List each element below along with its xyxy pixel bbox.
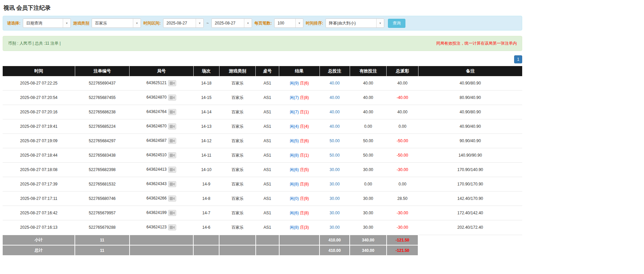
total-total-bet: 410.00 (319, 245, 350, 256)
result-banker: 庄(1) (300, 153, 309, 158)
page-title: 视讯 会员下注纪录 (3, 3, 522, 16)
cell-valid-bet: 40.00 (350, 105, 387, 119)
total-bet-link[interactable]: 50.00 (330, 153, 340, 158)
cell-game-category: 百家乐 (219, 105, 255, 119)
round-id-text: 643624670 (146, 124, 166, 128)
pagination: 1 (3, 55, 522, 63)
total-payout: -121.50 (387, 245, 418, 256)
query-type-label: 请选择: (7, 20, 20, 26)
cell-session: 14-14 (193, 105, 219, 119)
game-category-select[interactable]: 百家乐 ▼ (92, 18, 141, 28)
cell-result: 闲(8) 庄(8) (279, 177, 320, 191)
cell-remark: 172.40/142.40 (418, 206, 522, 220)
cell-bet-id: 522765681532 (75, 177, 130, 191)
table-row: 2025-08-27 07:16:13 522765679288 6436241… (3, 220, 522, 235)
cell-table-no: AS1 (256, 148, 279, 163)
video-replay-icon[interactable] (168, 123, 176, 129)
video-replay-icon[interactable] (168, 224, 176, 230)
cell-payout: 0.00 (387, 119, 418, 134)
cell-total-bet: 30.00 (319, 220, 350, 235)
result-player: 闲(6) (290, 211, 299, 215)
video-replay-icon[interactable] (168, 167, 176, 173)
total-bet-link[interactable]: 30.00 (330, 196, 340, 201)
chevron-down-icon: ▼ (376, 19, 384, 28)
summary-bar: 币别 : 人民币 | 总共 :11 注单 | 同局有效投注，统一计算在该局第一张… (3, 36, 522, 51)
cell-round-id: 643624343 (130, 177, 193, 191)
total-bet-link[interactable]: 40.00 (330, 124, 340, 129)
currency-summary-text: 币别 : 人民币 | 总共 :11 注单 | (8, 41, 61, 46)
cell-table-no: AS1 (256, 163, 279, 177)
video-replay-icon[interactable] (168, 181, 176, 187)
subtotal-label: 小计 (3, 235, 75, 245)
video-replay-icon[interactable] (168, 138, 176, 144)
cell-time: 2025-08-27 07:19:41 (3, 119, 75, 134)
round-id-text: 643624413 (146, 167, 166, 172)
video-replay-icon[interactable] (168, 196, 176, 202)
cell-session: 14-12 (193, 134, 219, 148)
cell-payout: 28.50 (387, 191, 418, 206)
total-bet-link[interactable]: 50.00 (330, 139, 340, 143)
round-id-text: 643624587 (146, 138, 166, 143)
cell-payout: 40.00 (387, 76, 418, 91)
cell-game-category: 百家乐 (219, 119, 255, 134)
cell-table-no: AS1 (256, 191, 279, 206)
video-replay-icon[interactable] (168, 210, 176, 216)
cell-remark: 142.40/170.90 (418, 191, 522, 206)
cell-payout: -30.00 (387, 206, 418, 220)
cell-result: 闲(6) 庄(5) (279, 163, 320, 177)
total-bet-link[interactable]: 30.00 (330, 211, 340, 215)
result-banker: 庄(8) (300, 182, 309, 186)
video-replay-icon[interactable] (168, 80, 176, 86)
result-player: 闲(8) (290, 182, 299, 186)
sort-order-select[interactable]: 降幂(由大到小) ▼ (326, 18, 384, 28)
subtotal-payout: -121.50 (387, 235, 418, 245)
date-to-select[interactable]: 2025-08-27 ▼ (211, 18, 252, 28)
col-remark: 备注 (418, 66, 522, 76)
cell-total-bet: 30.00 (319, 177, 350, 191)
total-count: 11 (75, 245, 130, 256)
chevron-down-icon: ▼ (133, 19, 141, 28)
search-button[interactable]: 查询 (388, 19, 405, 28)
page-size-select[interactable]: 100 ▼ (274, 18, 303, 28)
col-session: 场次 (193, 66, 219, 76)
col-table-no: 桌号 (256, 66, 279, 76)
cell-session: 14-7 (193, 206, 219, 220)
round-id-text: 643624343 (146, 181, 166, 186)
cell-result: 闲(8) 庄(3) (279, 220, 320, 235)
result-banker: 庄(1) (300, 110, 309, 114)
total-bet-link[interactable]: 30.00 (330, 225, 340, 230)
cell-result: 闲(7) 庄(8) (279, 91, 320, 105)
total-row: 总计 11 410.00 340.00 -121.50 (3, 245, 522, 256)
date-from-select[interactable]: 2025-08-27 ▼ (163, 18, 204, 28)
table-row: 2025-08-27 07:18:08 522765682398 6436244… (3, 163, 522, 177)
cell-round-id: 643624510 (130, 148, 193, 163)
table-row: 2025-08-27 07:18:44 522765683438 6436245… (3, 148, 522, 163)
cell-remark: 170.90/140.90 (418, 163, 522, 177)
cell-bet-id: 522765684297 (75, 134, 130, 148)
result-player: 闲(8) (290, 225, 299, 230)
cell-total-bet: 50.00 (319, 134, 350, 148)
video-replay-icon[interactable] (168, 152, 176, 158)
cell-valid-bet: 30.00 (350, 206, 387, 220)
cell-bet-id: 522765679957 (75, 206, 130, 220)
subtotal-valid-bet: 340.00 (350, 235, 387, 245)
cell-remark: 40.90/80.90 (418, 76, 522, 91)
cell-session: 14-10 (193, 163, 219, 177)
query-type-select[interactable]: 日期查询 ▼ (23, 18, 71, 28)
total-bet-link[interactable]: 40.00 (330, 110, 340, 114)
cell-payout: 40.00 (387, 105, 418, 119)
cell-session: 14-6 (193, 220, 219, 235)
cell-result: 闲(7) 庄(1) (279, 105, 320, 119)
page-1-button[interactable]: 1 (514, 55, 522, 63)
total-bet-link[interactable]: 30.00 (330, 182, 340, 186)
result-player: 闲(5) (290, 139, 299, 143)
total-bet-link[interactable]: 40.00 (330, 81, 340, 86)
total-bet-link[interactable]: 40.00 (330, 95, 340, 100)
cell-time: 2025-08-27 07:16:42 (3, 206, 75, 220)
date-to-value: 2025-08-27 (212, 19, 244, 28)
video-replay-icon[interactable] (168, 109, 176, 115)
video-replay-icon[interactable] (168, 95, 176, 101)
table-row: 2025-08-27 07:19:09 522765684297 6436245… (3, 134, 522, 148)
cell-session: 14-13 (193, 119, 219, 134)
total-bet-link[interactable]: 30.00 (330, 167, 340, 172)
